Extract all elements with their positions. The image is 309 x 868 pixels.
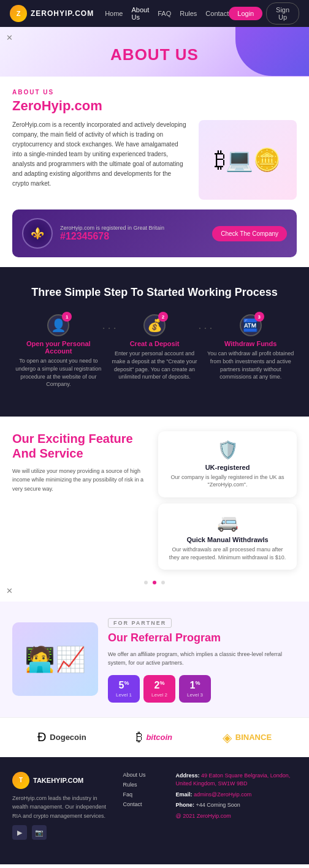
step-desc-2: Enter your personal account and make a d… bbox=[109, 350, 201, 380]
reg-info: ZeroHyip.com is registered in Great Brit… bbox=[60, 225, 205, 242]
about-label: ABOUT US bbox=[12, 89, 297, 96]
nav-contact[interactable]: Contact bbox=[205, 10, 229, 17]
partner-dogecoin-name: Dogecoin bbox=[50, 733, 86, 742]
feature-title-2: Quick Manual Withdrawls bbox=[167, 536, 288, 543]
step-title-1: Open your Personal Account bbox=[12, 340, 105, 355]
navbar-links: Home About Us FAQ Rules Contact bbox=[105, 6, 229, 21]
social-icons-row: ▶ 📷 bbox=[12, 825, 113, 840]
referral-label: FOR PARTNER bbox=[108, 618, 172, 628]
signup-button[interactable]: Sign Up bbox=[266, 2, 299, 25]
dogecoin-icon: Ð bbox=[37, 730, 46, 744]
feature-icon-2: 🚐 bbox=[167, 512, 288, 532]
steps-section: Three Simple Step To Started Working Pro… bbox=[0, 267, 309, 417]
crypto-icon: ₿💻🪙 bbox=[215, 147, 281, 173]
footer-contact-col: Address: 49 Eaton Square Belgravia, Lond… bbox=[176, 772, 297, 840]
step-item-2: 💰 2 • • • Creat a Deposit Enter your per… bbox=[109, 314, 201, 388]
referral-illus-box: 🧑‍💻📈 bbox=[12, 622, 98, 696]
close-icon[interactable]: ✕ bbox=[6, 33, 13, 42]
nav-faq[interactable]: FAQ bbox=[158, 10, 171, 17]
about-illustration: ₿💻🪙 bbox=[199, 120, 297, 200]
reg-emblem: ⚜️ bbox=[22, 218, 53, 249]
nav-rules[interactable]: Rules bbox=[180, 10, 197, 17]
footer-link-contact[interactable]: Contact bbox=[123, 801, 166, 807]
feature-card-1: 🛡️ UK-registered Our company is legally … bbox=[158, 431, 297, 497]
about-content-row: ZeroHyip.com is a recently incorporated … bbox=[12, 120, 297, 200]
footer-address-label: Address: bbox=[176, 772, 200, 779]
navbar: Z ZEROHYIP.COM Home About Us FAQ Rules C… bbox=[0, 0, 309, 27]
dot-3 bbox=[161, 581, 165, 584]
dot-2 bbox=[153, 581, 156, 584]
logo-icon: Z bbox=[10, 5, 27, 22]
features-layout: Our Exciting Feature And Service We will… bbox=[12, 431, 297, 570]
partner-bitcoin: ₿ bitcoin bbox=[136, 730, 172, 744]
level-name-1: Level 1 bbox=[114, 692, 134, 698]
partner-dogecoin: Ð Dogecoin bbox=[37, 730, 86, 744]
login-button[interactable]: Login bbox=[229, 7, 262, 20]
partner-bitcoin-name: bitcoin bbox=[146, 733, 172, 742]
social-icon-camera[interactable]: 📷 bbox=[32, 825, 47, 840]
steps-title: Three Simple Step To Started Working Pro… bbox=[12, 285, 297, 300]
dot-1 bbox=[144, 581, 148, 584]
features-description: We will utilize your money providing a s… bbox=[12, 467, 151, 493]
referral-layout: 🧑‍💻📈 FOR PARTNER Our Referral Program We… bbox=[12, 616, 297, 703]
crypto-illustration: ₿💻🪙 bbox=[199, 120, 297, 200]
step-desc-1: To open an account you need to undergo a… bbox=[12, 357, 105, 388]
footer-address: Address: 49 Eaton Square Belgravia, Lond… bbox=[176, 772, 297, 788]
level-badge-1: 5% Level 1 bbox=[108, 675, 140, 703]
footer-link-about[interactable]: About Us bbox=[123, 772, 166, 778]
social-icon-play[interactable]: ▶ bbox=[12, 825, 27, 840]
footer-about-text: ZeroHyip.com leads the industry in wealt… bbox=[12, 794, 113, 820]
hero-section: ✕ ABOUT US bbox=[0, 27, 309, 77]
referral-levels: 5% Level 1 2% Level 2 1% Level 3 bbox=[108, 675, 297, 703]
footer-email-label: Email: bbox=[176, 791, 193, 798]
step-connector-1: • • • bbox=[103, 325, 117, 331]
referral-title: Our Referral Program bbox=[108, 632, 297, 645]
navbar-logo: Z ZEROHYIP.COM bbox=[10, 5, 94, 22]
footer-links-col: About Us Rules Faq Contact bbox=[123, 772, 166, 840]
hero-title-part1: ABOUT bbox=[110, 45, 175, 64]
footer-email: Email: admins@ZeroHyip.com bbox=[176, 791, 297, 799]
referral-right: FOR PARTNER Our Referral Program We offe… bbox=[108, 616, 297, 703]
level-pct-3: 1% bbox=[185, 680, 205, 691]
footer-link-rules[interactable]: Rules bbox=[123, 782, 166, 788]
feature-icon-1: 🛡️ bbox=[167, 440, 288, 460]
level-badge-2: 2% Level 2 bbox=[143, 675, 175, 703]
nav-home[interactable]: Home bbox=[105, 10, 123, 17]
step-desc-3: You can withdraw all profit obtained fro… bbox=[204, 350, 297, 380]
footer: T TAKEHYIP.COM ZeroHyip.com leads the in… bbox=[0, 757, 309, 864]
step-circle-1: 👤 1 bbox=[47, 314, 69, 336]
level-name-3: Level 3 bbox=[185, 692, 205, 698]
partner-binance-name: BINANCE bbox=[235, 733, 272, 742]
step-badge-1: 1 bbox=[62, 312, 72, 322]
step-circle-3: 🏧 3 bbox=[240, 314, 262, 336]
reg-info-label: ZeroHyip.com is registered in Great Brit… bbox=[60, 225, 205, 231]
level-pct-1: 5% bbox=[114, 680, 134, 691]
footer-link-faq[interactable]: Faq bbox=[123, 791, 166, 798]
about-heading: ZeroHyip.com bbox=[12, 98, 297, 114]
footer-left: T TAKEHYIP.COM ZeroHyip.com leads the in… bbox=[12, 772, 113, 840]
referral-illus-icon: 🧑‍💻📈 bbox=[25, 645, 86, 674]
step-item-3: 🏧 3 Withdraw Funds You can withdraw all … bbox=[204, 314, 297, 388]
footer-copyright: @ 2021 ZeroHyip.com bbox=[176, 812, 297, 821]
feature-desc-2: Our withdrawals are all processed manu a… bbox=[167, 546, 288, 561]
close-icon-bottom[interactable]: ✕ bbox=[6, 586, 13, 595]
step-title-3: Withdraw Funds bbox=[224, 340, 277, 347]
features-title: Our Exciting Feature And Service bbox=[12, 431, 151, 461]
level-name-2: Level 2 bbox=[150, 692, 169, 698]
logo-text: ZEROHYIP.COM bbox=[31, 9, 94, 18]
hero-title-part2: US bbox=[175, 45, 199, 64]
step-badge-3: 3 bbox=[254, 312, 264, 322]
feature-desc-1: Our company is legally registered in the… bbox=[167, 474, 288, 489]
hero-decoration bbox=[235, 27, 309, 76]
footer-logo-text: TAKEHYIP.COM bbox=[33, 777, 83, 784]
check-company-button[interactable]: Check The Company bbox=[212, 226, 287, 241]
binance-icon: ◈ bbox=[223, 730, 232, 745]
footer-top: T TAKEHYIP.COM ZeroHyip.com leads the in… bbox=[12, 772, 297, 840]
referral-illustration: 🧑‍💻📈 bbox=[12, 622, 98, 696]
about-description: ZeroHyip.com is a recently incorporated … bbox=[12, 120, 189, 189]
referral-section: 🧑‍💻📈 FOR PARTNER Our Referral Program We… bbox=[0, 602, 309, 717]
nav-about[interactable]: About Us bbox=[131, 6, 149, 21]
footer-phone-value: +44 Coming Soon bbox=[196, 802, 240, 808]
footer-logo-icon: T bbox=[12, 772, 29, 789]
dot-indicator bbox=[12, 576, 297, 587]
